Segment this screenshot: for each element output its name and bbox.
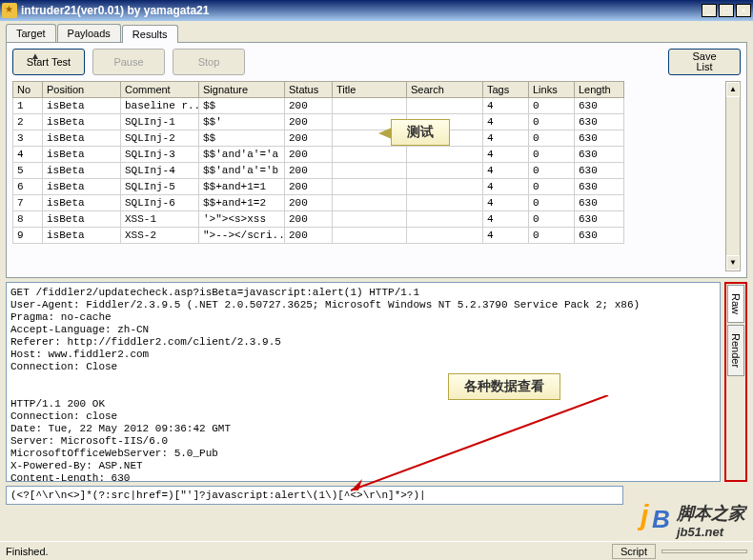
tab-target[interactable]: Target <box>6 24 56 42</box>
table-row[interactable]: 1isBetabaseline r...$$20040630 <box>12 98 725 114</box>
col-comment[interactable]: Comment <box>121 81 199 98</box>
watermark: 脚本之家 jb51.net <box>641 502 745 539</box>
table-row[interactable]: 2isBetaSQLInj-1$$'20040630 <box>12 114 725 130</box>
col-signature[interactable]: Signature <box>199 81 285 98</box>
table-row[interactable]: 4isBetaSQLInj-3$$'and'a'='a20040630 <box>12 147 725 163</box>
table-row[interactable]: 8isBetaXSS-1'>"><s>xss20040630 <box>12 211 725 228</box>
save-list-button[interactable]: Save List <box>668 49 741 75</box>
grid-header[interactable]: No Position Comment Signature Status Tit… <box>12 81 725 98</box>
title-bar: intruder21(ver0.01) by yamagata21 _ □ × <box>0 0 753 21</box>
col-length[interactable]: Length <box>575 81 624 98</box>
tab-payloads[interactable]: Payloads <box>57 24 121 42</box>
col-no[interactable]: No <box>12 81 43 98</box>
start-test-button[interactable]: Start Test <box>12 49 85 75</box>
col-position[interactable]: Position <box>43 81 121 98</box>
status-text: Finished. <box>6 546 49 557</box>
col-tags[interactable]: Tags <box>483 81 529 98</box>
grid-scrollbar[interactable]: ▲ ▼ <box>725 81 741 271</box>
col-status[interactable]: Status <box>285 81 333 98</box>
col-links[interactable]: Links <box>529 81 575 98</box>
col-title[interactable]: Title <box>333 81 407 98</box>
raw-response-pane[interactable]: GET /fiddler2/updatecheck.asp?isBeta=jav… <box>6 282 721 482</box>
callout-dataview: 各种数据查看 <box>448 373 560 400</box>
status-script: Script <box>612 544 656 559</box>
app-icon <box>2 3 17 18</box>
view-tabs: Raw Render <box>724 282 747 482</box>
table-row[interactable]: 9isBetaXSS-2">--></scri...20040630 <box>12 228 725 244</box>
table-row[interactable]: 3isBetaSQLInj-2$$20040630 <box>12 130 725 147</box>
table-row[interactable]: 7isBetaSQLInj-6$$+and+1=220040630 <box>12 195 725 211</box>
scroll-up-icon[interactable]: ▲ <box>726 82 740 97</box>
tab-results[interactable]: Results <box>122 25 178 43</box>
jb-logo-icon <box>641 505 673 537</box>
close-button[interactable]: × <box>736 4 751 17</box>
scroll-down-icon[interactable]: ▼ <box>726 255 740 270</box>
vtab-render[interactable]: Render <box>727 325 744 376</box>
table-row[interactable]: 5isBetaSQLInj-4$$'and'a'='b20040630 <box>12 163 725 179</box>
results-panel: Start Test Pause Stop Save List No Posit… <box>6 42 747 278</box>
vtab-raw[interactable]: Raw <box>727 285 744 323</box>
tab-strip: Target Payloads Results <box>6 24 747 42</box>
callout-test: 测试 <box>391 119 450 146</box>
window-title: intruder21(ver0.01) by yamagata21 <box>21 4 700 17</box>
col-search[interactable]: Search <box>407 81 483 98</box>
status-bar: Finished. Script <box>0 541 753 560</box>
maximize-button[interactable]: □ <box>719 4 734 17</box>
pause-button[interactable]: Pause <box>92 49 165 75</box>
results-grid[interactable]: No Position Comment Signature Status Tit… <box>12 81 725 271</box>
status-well <box>661 550 747 553</box>
stop-button[interactable]: Stop <box>173 49 245 75</box>
regex-search-input[interactable] <box>6 486 623 505</box>
minimize-button[interactable]: _ <box>702 4 717 17</box>
toolbar: Start Test Pause Stop Save List <box>12 49 741 75</box>
table-row[interactable]: 6isBetaSQLInj-5$$+and+1=120040630 <box>12 179 725 195</box>
